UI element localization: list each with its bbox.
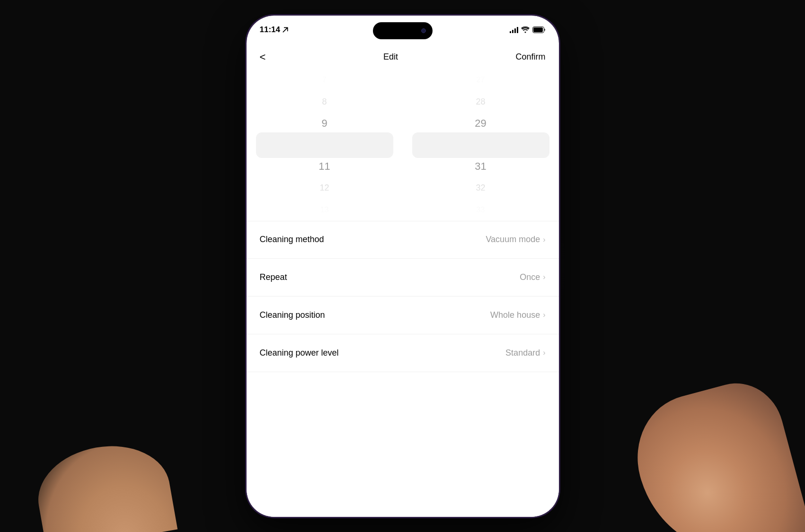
minute-item-28[interactable]: 28 [403,91,559,113]
nav-bar: < Edit Confirm [247,45,559,70]
minute-item-29[interactable]: 29 [403,113,559,134]
right-hand [639,381,791,532]
back-button[interactable]: < [260,51,266,63]
cleaning-position-label: Cleaning position [260,310,325,320]
minute-picker-column[interactable]: 27 28 29 30 31 32 33 [403,70,559,221]
hour-picker-column[interactable]: 7 8 9 10 11 12 13 [247,70,403,221]
signal-bar-4 [517,27,518,33]
cleaning-method-value-text: Vacuum mode [486,235,540,244]
cleaning-method-label: Cleaning method [260,235,324,244]
minute-item-32[interactable]: 32 [403,177,559,199]
location-icon [282,26,289,33]
confirm-button[interactable]: Confirm [515,52,545,62]
hour-item-7[interactable]: 7 [247,70,403,91]
cleaning-method-item[interactable]: Cleaning method Vacuum mode › [247,221,559,259]
signal-bar-3 [514,28,516,33]
cleaning-power-label: Cleaning power level [260,348,339,358]
wifi-icon [521,26,530,33]
dynamic-island [373,22,433,39]
cleaning-power-chevron: › [543,349,545,357]
scene: 11:14 [0,0,805,532]
hour-item-13[interactable]: 13 [247,199,403,221]
right-hand-shape [623,373,805,532]
status-time: 11:14 [260,25,289,35]
phone-screen: 11:14 [247,16,559,517]
minute-item-31[interactable]: 31 [403,156,559,177]
repeat-value: Once › [520,272,545,282]
time-picker[interactable]: 7 8 9 10 11 12 13 27 28 29 30 [247,70,559,221]
cleaning-position-item[interactable]: Cleaning position Whole house › [247,297,559,334]
repeat-chevron: › [543,273,545,281]
cleaning-power-item[interactable]: Cleaning power level Standard › [247,334,559,372]
hour-item-9[interactable]: 9 [247,113,403,134]
hour-item-10[interactable]: 10 [247,134,403,156]
cleaning-position-chevron: › [543,311,545,319]
battery-icon [532,26,546,33]
signal-bar-2 [512,30,513,33]
cleaning-power-value-text: Standard [505,348,540,358]
signal-bars-icon [510,26,518,33]
hour-item-8[interactable]: 8 [247,91,403,113]
minute-item-33[interactable]: 33 [403,199,559,221]
svg-rect-1 [533,27,543,32]
cleaning-position-value: Whole house › [490,310,545,320]
hour-item-11[interactable]: 11 [247,156,403,177]
camera-dot [421,28,426,33]
phone-frame: 11:14 [247,16,559,517]
minute-item-30[interactable]: 30 [403,134,559,156]
nav-title: Edit [383,52,398,62]
signal-bar-1 [510,31,511,33]
status-icons [510,26,546,33]
settings-list: Cleaning method Vacuum mode › Repeat Onc… [247,221,559,517]
cleaning-position-value-text: Whole house [490,310,540,320]
repeat-value-text: Once [520,272,540,282]
cleaning-method-chevron: › [543,235,545,244]
repeat-item[interactable]: Repeat Once › [247,259,559,297]
cleaning-method-value: Vacuum mode › [486,235,545,244]
hour-item-12[interactable]: 12 [247,177,403,199]
cleaning-power-value: Standard › [505,348,545,358]
minute-item-27[interactable]: 27 [403,70,559,91]
left-hand [31,436,177,532]
time-display: 11:14 [260,25,280,35]
repeat-label: Repeat [260,272,287,282]
